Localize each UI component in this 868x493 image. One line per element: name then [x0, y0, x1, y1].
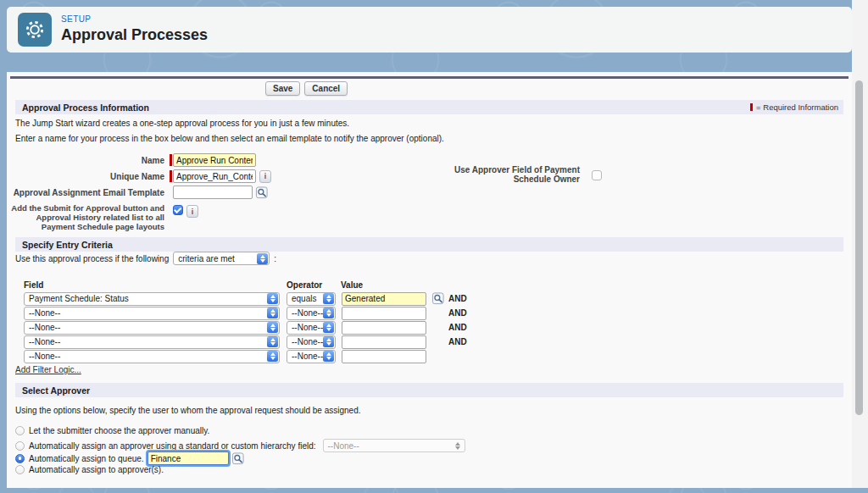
- and-label: AND: [448, 337, 467, 346]
- select-stepper-icon: [257, 253, 268, 264]
- select-stepper-icon: [323, 307, 334, 319]
- use-approver-field-label: Use Approver Field of Payment Schedule O…: [434, 165, 580, 184]
- lookup-icon[interactable]: [255, 186, 269, 199]
- value-input[interactable]: [342, 307, 426, 320]
- select-stepper-icon: [267, 351, 278, 362]
- lookup-icon[interactable]: [231, 452, 245, 465]
- setup-gear-icon: [18, 13, 52, 47]
- unique-name-input[interactable]: [173, 169, 256, 183]
- select-stepper-icon: [267, 322, 278, 333]
- radio-icon[interactable]: [15, 454, 25, 463]
- hierarchy-field-select: --None--: [323, 439, 465, 452]
- select-stepper-icon: [453, 440, 464, 451]
- select-stepper-icon: [267, 336, 278, 347]
- add-filter-logic-link[interactable]: Add Filter Logic...: [15, 365, 81, 374]
- select-stepper-icon: [323, 293, 334, 304]
- email-template-row: Approval Assignment Email Template: [7, 186, 269, 199]
- email-template-label: Approval Assignment Email Template: [7, 188, 164, 197]
- email-template-input[interactable]: [173, 186, 253, 199]
- criteria-row-3: --None-- --None-- AND: [24, 320, 467, 335]
- section-header-approval-process-information: Approval Process Information = Required …: [15, 100, 843, 114]
- header-text: SETUP Approval Processes: [61, 14, 208, 44]
- and-label: AND: [448, 308, 467, 318]
- section-title: Specify Entry Criteria: [15, 240, 113, 250]
- radio-icon[interactable]: [15, 441, 25, 451]
- value-input[interactable]: [342, 292, 426, 306]
- section-header-select-approver: Select Approver: [15, 383, 843, 397]
- unique-name-row: Unique Name: [7, 169, 271, 183]
- field-select[interactable]: --None--: [24, 307, 280, 320]
- column-header-operator: Operator: [287, 280, 341, 291]
- add-submit-row: Add the Submit for Approval button and A…: [7, 203, 198, 231]
- column-header-value: Value: [341, 280, 426, 291]
- info-icon[interactable]: [259, 170, 271, 183]
- name-label: Name: [7, 156, 164, 165]
- criteria-table: Field Operator Value Payment Schedule: S…: [24, 280, 467, 363]
- operator-select[interactable]: --None--: [287, 321, 336, 335]
- criteria-intro-text: Use this approval process if the followi…: [15, 254, 169, 263]
- required-marker-icon: [750, 103, 753, 111]
- info-icon[interactable]: [186, 205, 198, 218]
- add-submit-label: Add the Submit for Approval button and A…: [7, 203, 164, 231]
- operator-select[interactable]: equals: [287, 292, 336, 306]
- scrollbar-thumb[interactable]: [855, 80, 863, 415]
- approver-option-approvers[interactable]: Automatically assign to approver(s).: [15, 465, 164, 474]
- field-select[interactable]: --None--: [24, 335, 280, 349]
- operator-select[interactable]: --None--: [287, 350, 336, 363]
- approver-option-hierarchy[interactable]: Automatically assign an approver using a…: [15, 439, 465, 452]
- criteria-row-2: --None-- --None-- AND: [24, 306, 467, 320]
- criteria-row-1: Payment Schedule: Status equals AND: [24, 291, 467, 306]
- field-select[interactable]: Payment Schedule: Status: [24, 292, 280, 306]
- intro-line-2: Enter a name for your process in the box…: [15, 134, 444, 143]
- form-top-border: [10, 76, 849, 79]
- column-header-field: Field: [24, 280, 287, 291]
- radio-icon[interactable]: [15, 465, 25, 474]
- section-title: Select Approver: [15, 385, 90, 396]
- required-marker-icon: [170, 170, 172, 182]
- required-legend-text: = Required Information: [756, 102, 838, 112]
- select-stepper-icon: [267, 293, 278, 304]
- criteria-row-5: --None-- --None--: [24, 349, 467, 363]
- operator-select[interactable]: --None--: [287, 335, 336, 349]
- name-row: Name: [7, 153, 256, 167]
- approval-process-edit-panel: Save Cancel Approval Process Information…: [7, 72, 852, 488]
- select-stepper-icon: [323, 336, 334, 347]
- save-button[interactable]: Save: [265, 81, 300, 96]
- and-label: AND: [448, 294, 467, 303]
- operator-select[interactable]: --None--: [287, 307, 336, 320]
- approver-intro: Using the options below, specify the use…: [15, 406, 360, 415]
- criteria-intro-colon: :: [274, 254, 276, 263]
- and-label: AND: [448, 323, 467, 332]
- approver-option-manual[interactable]: Let the submitter choose the approver ma…: [15, 426, 209, 435]
- setup-header: SETUP Approval Processes: [7, 7, 852, 53]
- add-submit-checkbox[interactable]: [173, 205, 183, 215]
- queue-input[interactable]: [147, 451, 229, 465]
- toolbar: Save Cancel: [265, 81, 348, 96]
- select-stepper-icon: [267, 307, 278, 319]
- value-input[interactable]: [342, 335, 426, 349]
- required-marker-icon: [170, 154, 172, 166]
- intro-line-1: The Jump Start wizard creates a one-step…: [15, 119, 349, 128]
- section-header-specify-entry-criteria: Specify Entry Criteria: [15, 237, 843, 252]
- cancel-button[interactable]: Cancel: [304, 81, 348, 96]
- criteria-intro-row: Use this approval process if the followi…: [15, 252, 276, 265]
- name-input[interactable]: [173, 153, 256, 167]
- criteria-row-4: --None-- --None-- AND: [24, 335, 467, 349]
- lookup-icon[interactable]: [431, 292, 445, 305]
- criteria-logic-select[interactable]: criteria are met: [173, 252, 270, 265]
- field-select[interactable]: --None--: [24, 321, 280, 335]
- value-input[interactable]: [342, 350, 426, 363]
- radio-icon[interactable]: [15, 426, 25, 435]
- field-select[interactable]: --None--: [24, 350, 280, 363]
- unique-name-label: Unique Name: [7, 172, 164, 181]
- criteria-table-header: Field Operator Value: [24, 280, 467, 291]
- approver-option-queue[interactable]: Automatically assign to queue.: [15, 451, 245, 465]
- select-stepper-icon: [323, 351, 334, 362]
- value-input[interactable]: [342, 321, 426, 335]
- section-title: Approval Process Information: [15, 102, 149, 113]
- select-stepper-icon: [323, 322, 334, 333]
- required-legend: = Required Information: [750, 102, 843, 112]
- page-title: Approval Processes: [61, 26, 208, 44]
- use-approver-field-checkbox[interactable]: [592, 170, 602, 180]
- scrollbar-track[interactable]: [852, 0, 868, 488]
